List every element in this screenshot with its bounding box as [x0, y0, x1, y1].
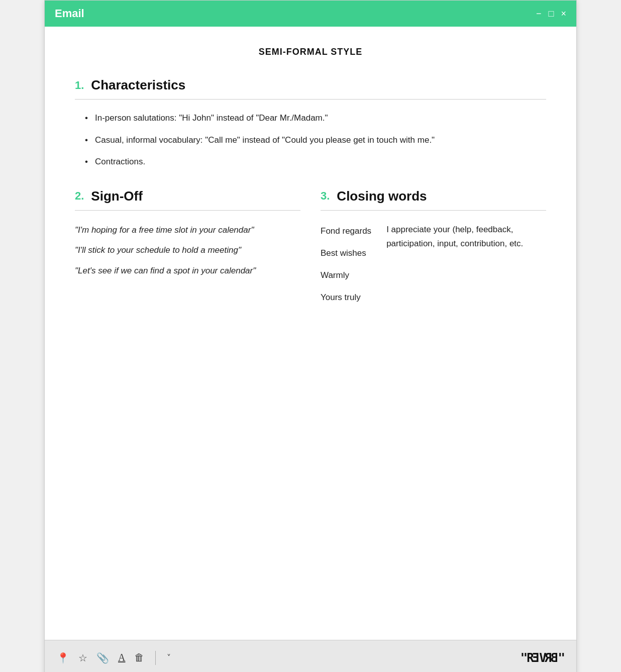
star-icon[interactable]: ☆: [78, 652, 87, 664]
footer: 📍 ☆ 📎 A 🗑 ˅ "REVRB": [45, 640, 576, 672]
section2-col: 2. Sign-Off "I'm hoping for a free time …: [75, 188, 321, 306]
section3-number: 3.: [321, 189, 330, 203]
window-controls: − □ ×: [536, 9, 566, 19]
list-item: Casual, informal vocabulary: "Call me" i…: [85, 134, 546, 147]
location-icon[interactable]: 📍: [57, 652, 69, 664]
closing-word-1: Fond regards: [321, 223, 371, 240]
section1-heading: 1. Characteristics: [75, 77, 546, 93]
titlebar: Email − □ ×: [45, 1, 576, 27]
quote-1: "I'm hoping for a free time slot in your…: [75, 223, 300, 238]
text-format-icon[interactable]: A: [118, 652, 125, 663]
closing-appreciation: I appreciate your (help, feedback, parti…: [386, 225, 523, 249]
section3-heading: 3. Closing words: [321, 188, 546, 204]
section2-heading: 2. Sign-Off: [75, 188, 300, 204]
two-col-section: 2. Sign-Off "I'm hoping for a free time …: [75, 188, 546, 306]
maximize-button[interactable]: □: [549, 9, 554, 19]
document-title: SEMI-FORMAL STYLE: [75, 47, 546, 57]
app-window: Email − □ × SEMI-FORMAL STYLE 1. Charact…: [44, 0, 577, 672]
section3-divider: [321, 210, 546, 211]
closing-words-right: I appreciate your (help, feedback, parti…: [386, 223, 546, 306]
list-item: Contractions.: [85, 155, 546, 168]
closing-word-2: Best wishes: [321, 245, 371, 262]
dropdown-icon[interactable]: ˅: [167, 653, 171, 662]
closing-word-4: Yours truly: [321, 289, 371, 306]
quote-2: "I'll stick to your schedule to hold a m…: [75, 243, 300, 258]
main-content: SEMI-FORMAL STYLE 1. Characteristics In-…: [45, 27, 576, 640]
quote-3: "Let's see if we can find a spot in your…: [75, 263, 300, 279]
app-title: Email: [55, 7, 84, 20]
section2-title: Sign-Off: [91, 188, 143, 204]
section1-divider: [75, 99, 546, 100]
section3-title: Closing words: [337, 188, 427, 204]
footer-logo: "REVRB": [521, 651, 564, 665]
section1-title: Characteristics: [91, 77, 185, 93]
close-button[interactable]: ×: [561, 9, 566, 19]
trash-icon[interactable]: 🗑: [134, 652, 144, 663]
section3-col: 3. Closing words Fond regards Best wishe…: [321, 188, 546, 306]
paperclip-icon[interactable]: 📎: [96, 652, 109, 664]
sign-off-quotes: "I'm hoping for a free time slot in your…: [75, 223, 300, 279]
characteristics-list: In-person salutations: "Hi John" instead…: [75, 112, 546, 168]
footer-divider: [155, 651, 156, 665]
closing-words-left: Fond regards Best wishes Warmly Yours tr…: [321, 223, 371, 306]
minimize-button[interactable]: −: [536, 9, 542, 19]
closing-word-3: Warmly: [321, 267, 371, 284]
footer-icons: 📍 ☆ 📎 A 🗑 ˅: [57, 651, 171, 665]
section2-divider: [75, 210, 300, 211]
list-item: In-person salutations: "Hi John" instead…: [85, 112, 546, 125]
section1-number: 1.: [75, 79, 84, 92]
section2-number: 2.: [75, 189, 84, 203]
closing-words-container: Fond regards Best wishes Warmly Yours tr…: [321, 223, 546, 306]
